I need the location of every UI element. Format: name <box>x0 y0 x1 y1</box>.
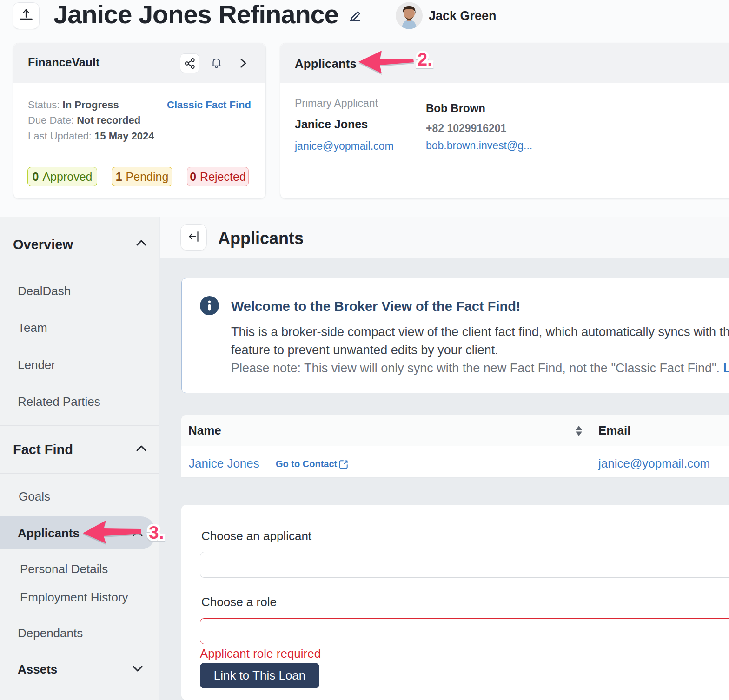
svg-text:3.: 3. <box>149 522 164 542</box>
svg-text:2.: 2. <box>418 50 432 69</box>
